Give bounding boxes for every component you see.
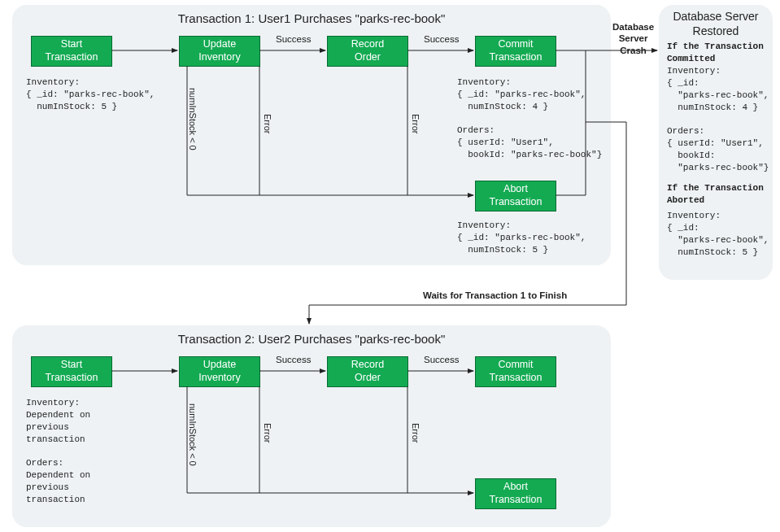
t1-inv-before: Inventory: { _id: "parks-rec-book", numI… xyxy=(26,76,155,113)
t2-error1: Error xyxy=(263,423,272,443)
t1-commit-box: Commit Transaction xyxy=(475,36,556,67)
t2-update-box: Update Inventory xyxy=(179,356,260,387)
t2-commit-box: Commit Transaction xyxy=(475,356,556,387)
t2-start-box: Start Transaction xyxy=(31,356,112,387)
t2-record-box: Record Order xyxy=(327,356,408,387)
t1-update-box: Update Inventory xyxy=(179,36,260,67)
restored-h1: If the Transaction Committed xyxy=(667,41,764,65)
restored-b1: Inventory: { _id: "parks-rec-book", numI… xyxy=(667,65,769,174)
t2-note: Inventory: Dependent on previous transac… xyxy=(26,397,90,506)
t1-start-box: Start Transaction xyxy=(31,36,112,67)
t2-success1: Success xyxy=(276,355,311,364)
t1-stockcond: numInStock < 0 xyxy=(188,88,198,150)
transaction1-title: Transaction 1: User1 Purchases "parks-re… xyxy=(12,11,611,25)
wait-label: Waits for Transaction 1 to Finish xyxy=(423,290,567,300)
t1-error2: Error xyxy=(411,114,421,133)
t2-stockcond: numInStock < 0 xyxy=(188,403,198,466)
restored-h2: If the Transaction Aborted xyxy=(667,182,764,207)
t2-abort-box: Abort Transaction xyxy=(475,478,556,509)
restored-b2: Inventory: { _id: "parks-rec-book", numI… xyxy=(667,210,769,258)
t2-error2: Error xyxy=(411,423,421,443)
t1-abort-box: Abort Transaction xyxy=(475,181,556,211)
t1-error1: Error xyxy=(263,114,272,133)
t1-success2: Success xyxy=(424,34,459,44)
t1-record-box: Record Order xyxy=(327,36,408,67)
transaction2-title: Transaction 2: User2 Purchases "parks-re… xyxy=(12,332,611,346)
t1-success1: Success xyxy=(276,34,311,44)
t1-inv-commit: Inventory: { _id: "parks-rec-book", numI… xyxy=(457,76,602,161)
restored-title: Database Server Restored xyxy=(659,10,773,38)
crash-label: Database Server Crash xyxy=(612,21,654,56)
t2-success2: Success xyxy=(424,355,459,364)
t1-inv-abort: Inventory: { _id: "parks-rec-book", numI… xyxy=(457,220,586,256)
